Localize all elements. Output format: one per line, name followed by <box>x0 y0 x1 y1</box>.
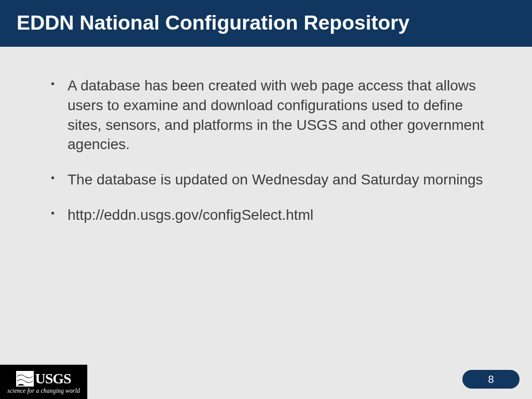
bullet-item: http://eddn.usgs.gov/configSelect.html <box>47 205 485 225</box>
logo-top-row: USGS <box>16 370 71 387</box>
logo-name: USGS <box>35 370 71 387</box>
page-number-badge: 8 <box>462 370 520 389</box>
usgs-waves-icon <box>16 371 34 387</box>
bullet-item: A database has been created with web pag… <box>47 76 485 154</box>
slide-title: EDDN National Configuration Repository <box>17 11 515 34</box>
slide-body: A database has been created with web pag… <box>0 47 532 225</box>
page-number: 8 <box>488 374 494 385</box>
logo-tagline: science for a changing world <box>7 388 80 394</box>
bullet-list: A database has been created with web pag… <box>47 76 485 225</box>
bullet-item: The database is updated on Wednesday and… <box>47 170 485 190</box>
slide: EDDN National Configuration Repository A… <box>0 0 532 399</box>
footer: USGS science for a changing world 8 <box>0 362 532 399</box>
usgs-logo: USGS science for a changing world <box>0 365 87 399</box>
title-bar: EDDN National Configuration Repository <box>0 0 532 47</box>
